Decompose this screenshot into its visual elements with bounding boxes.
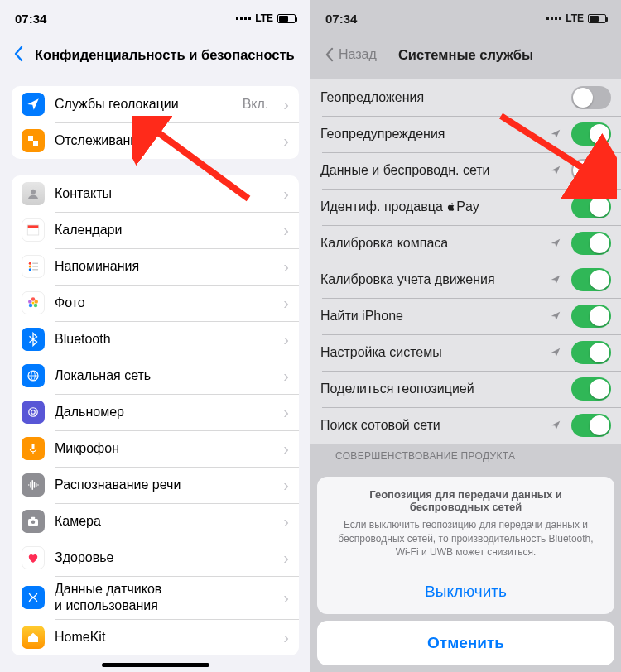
row-service[interactable]: Калибровка компаса (310, 225, 621, 262)
row-camera[interactable]: Камера › (12, 503, 299, 540)
action-sheet-cancel-button[interactable]: Отменить (317, 621, 614, 665)
toggle-switch[interactable] (571, 232, 611, 255)
row-local-network[interactable]: Локальная сеть › (12, 358, 299, 394)
status-bar: 07:34 LTE (310, 0, 621, 36)
chevron-right-icon: › (283, 549, 289, 568)
row-label: Камера (55, 513, 268, 530)
signal-icon (236, 17, 251, 20)
home-indicator[interactable] (102, 663, 209, 667)
svg-rect-1 (27, 225, 39, 228)
row-label: Идентиф. продавца Pay (320, 199, 561, 215)
svg-rect-19 (32, 444, 35, 449)
row-service[interactable]: Найти iPhone (310, 298, 621, 334)
row-label: Данные и беспроводн. сети (320, 162, 540, 179)
chevron-right-icon: › (283, 257, 289, 276)
row-calendar[interactable]: Календари › (12, 212, 299, 248)
svg-point-11 (31, 297, 36, 301)
row-label: Службы геолокации (55, 96, 233, 113)
row-photos[interactable]: Фото › (12, 285, 299, 321)
row-tracking[interactable]: Отслеживание › (12, 122, 299, 159)
back-button[interactable] (317, 43, 340, 66)
row-service[interactable]: Данные и беспроводн. сети (310, 152, 621, 189)
toggle-switch[interactable] (571, 86, 611, 109)
row-label: Найти iPhone (320, 308, 540, 324)
group-system-services: ГеопредложенияГеопредупрежденияДанные и … (310, 79, 621, 444)
row-health[interactable]: Здоровье › (12, 540, 299, 576)
row-label: Локальная сеть (55, 367, 268, 384)
row-label: Календари (55, 222, 268, 238)
row-label: Микрофон (55, 440, 268, 457)
toggle-switch[interactable] (571, 414, 611, 437)
row-label: Отслеживание (55, 132, 268, 149)
settings-list[interactable]: Службы геолокации Вкл. › Отслеживание › … (0, 73, 310, 672)
svg-rect-9 (32, 269, 38, 271)
toggle-switch[interactable] (571, 341, 611, 364)
svg-point-0 (31, 190, 36, 194)
svg-point-4 (29, 262, 31, 265)
phone-system-services: 07:34 LTE Назад Системные службы Геопред… (310, 0, 621, 672)
svg-point-13 (34, 304, 38, 308)
page-title: Конфиденциальность и безопасность (35, 47, 295, 63)
chevron-right-icon: › (283, 588, 289, 607)
calendar-icon (22, 218, 45, 242)
status-time: 07:34 (325, 12, 357, 26)
location-arrow-icon (550, 238, 561, 249)
row-label: Поиск сотовой сети (320, 417, 540, 434)
row-service[interactable]: Геопредупреждения (310, 116, 621, 152)
location-arrow-icon (22, 93, 45, 116)
waveform-icon (22, 473, 45, 497)
row-homekit[interactable]: HomeKit › (12, 619, 299, 655)
row-service[interactable]: Идентиф. продавца Pay (310, 189, 621, 225)
row-label: Геопредупреждения (320, 126, 540, 142)
row-speech[interactable]: Распознавание речи › (12, 467, 299, 503)
row-rangefinder[interactable]: Дальномер › (12, 394, 299, 430)
chevron-right-icon: › (283, 367, 289, 386)
action-sheet-header: Геопозиция для передачи данных и беспров… (317, 477, 614, 569)
row-bluetooth[interactable]: Bluetooth › (12, 321, 299, 358)
row-label: Распознавание речи (55, 477, 268, 493)
reminders-icon (22, 255, 45, 278)
chevron-right-icon: › (283, 439, 289, 458)
chevron-right-icon: › (283, 403, 289, 422)
svg-rect-22 (31, 517, 36, 519)
camera-icon (22, 510, 45, 533)
back-button[interactable] (7, 43, 30, 66)
toggle-switch[interactable] (571, 305, 611, 328)
microphone-icon (22, 437, 45, 460)
toggle-switch[interactable] (571, 159, 611, 182)
status-time: 07:34 (15, 12, 46, 26)
row-service[interactable]: Геопредложения (310, 79, 621, 116)
row-service[interactable]: Поиск сотовой сети (310, 407, 621, 444)
chevron-right-icon: › (283, 132, 289, 151)
row-sensors[interactable]: Данные датчиков и использования › (12, 576, 299, 619)
status-right: LTE (236, 12, 296, 24)
toggle-switch[interactable] (571, 268, 611, 291)
action-sheet-message: Если выключить геопозицию для передачи д… (332, 518, 599, 559)
action-sheet-turn-off-button[interactable]: Выключить (317, 569, 614, 614)
row-reminders[interactable]: Напоминания › (12, 248, 299, 285)
row-microphone[interactable]: Микрофон › (12, 430, 299, 467)
location-arrow-icon (550, 128, 561, 140)
rangefinder-icon (22, 401, 45, 424)
action-sheet-card: Геопозиция для передачи данных и беспров… (317, 477, 614, 614)
chevron-right-icon: › (283, 628, 289, 647)
row-location-services[interactable]: Службы геолокации Вкл. › (12, 86, 299, 122)
row-contacts[interactable]: Контакты › (12, 175, 299, 212)
row-service[interactable]: Калибровка учета движения (310, 262, 621, 298)
toggle-switch[interactable] (571, 377, 611, 401)
sensors-icon (22, 586, 45, 609)
row-label: Здоровье (55, 550, 268, 566)
network-label: LTE (566, 12, 584, 24)
row-label: Дальномер (55, 404, 268, 420)
chevron-right-icon: › (283, 512, 289, 531)
toggle-switch[interactable] (571, 195, 611, 218)
row-service[interactable]: Настройка системы (310, 334, 621, 371)
nav-bar: Конфиденциальность и безопасность (0, 36, 310, 73)
toggle-switch[interactable] (571, 122, 611, 146)
chevron-right-icon: › (283, 95, 289, 114)
action-sheet-title: Геопозиция для передачи данных и беспров… (332, 488, 599, 513)
row-service[interactable]: Поделиться геопозицией (310, 371, 621, 407)
location-arrow-icon (550, 165, 561, 176)
group-privacy-apps: Контакты › Календари › Напоминания › (12, 175, 299, 655)
back-label[interactable]: Назад (339, 47, 377, 62)
